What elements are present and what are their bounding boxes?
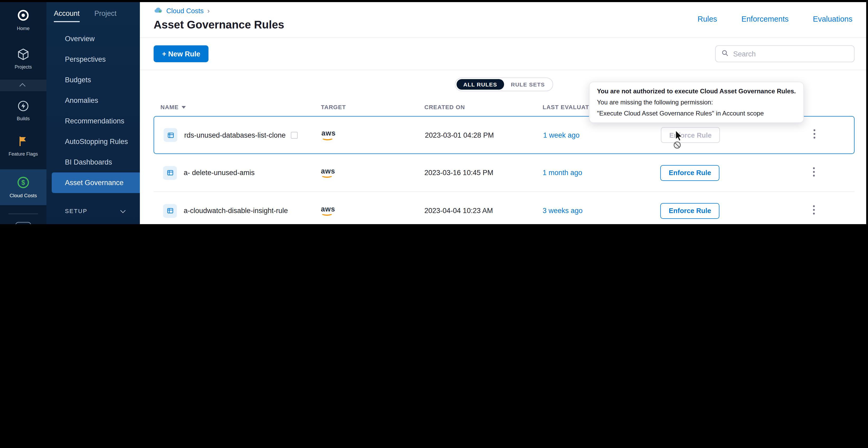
created-on: 2023-03-16 10:45 PM [424,169,542,177]
setup-label: SETUP [65,208,87,214]
chevron-down-icon [120,208,126,213]
column-name[interactable]: NAME [160,104,179,110]
table-row[interactable]: a-cloudwatch-disable-insight-rule aws 20… [154,192,855,224]
tab-project[interactable]: Project [94,9,117,22]
permission-tooltip: You are not authorized to execute Cloud … [589,82,804,123]
chevron-up-icon [20,83,26,89]
rule-name: a-cloudwatch-disable-insight-rule [184,207,288,215]
screen-top-edge [0,0,868,2]
sidebar-item-budgets[interactable]: Budgets [46,70,140,90]
module-rail: Home Projects Builds [0,0,46,224]
page-header: Cloud Costs › Asset Governance Rules Rul… [140,0,868,38]
rail-item-home[interactable]: Home [0,8,46,31]
app: Home Projects Builds [0,0,868,224]
enforce-rule-button[interactable]: Enforce Rule [660,165,719,181]
rail-collapse-toggle[interactable] [0,79,46,91]
projects-cube-icon [17,48,30,62]
row-menu-kebab[interactable] [811,203,817,218]
sidebar-item-autostopping-rules[interactable]: AutoStopping Rules [46,131,140,152]
row-menu-kebab[interactable] [811,165,817,181]
created-on: 2023-04-04 10:23 AM [424,207,542,215]
aws-smile-icon [321,211,333,216]
top-nav: Rules Enforcements Evaluations [698,15,852,23]
rule-name: a- delete-unused-amis [184,169,255,177]
breadcrumb: Cloud Costs › [154,6,855,15]
rule-icon [164,128,177,142]
sidebar-item-recommendations[interactable]: Recommendations [46,111,140,131]
rail-item-projects[interactable]: Projects [0,48,46,70]
sidebar-setup-toggle[interactable]: SETUP [46,208,140,214]
sidebar-menu: Overview Perspectives Budgets Anomalies … [46,29,140,193]
aws-logo: aws [321,168,335,178]
feature-flags-icon [17,135,30,149]
nav-link-enforcements[interactable]: Enforcements [741,15,788,23]
rail-item-feature-flags[interactable]: Feature Flags [0,135,46,157]
sidebar-item-asset-governance[interactable]: Asset Governance [52,172,140,193]
breadcrumb-link-cloud-costs[interactable]: Cloud Costs [166,7,204,15]
column-created-on[interactable]: CREATED ON [424,104,542,110]
module-switcher-icon[interactable] [15,222,31,224]
svg-text:$: $ [21,179,25,186]
sidebar-item-perspectives[interactable]: Perspectives [46,49,140,70]
toolbar: + New Rule [140,38,868,70]
last-evaluation: 1 month ago [542,169,660,177]
tab-account[interactable]: Account [54,9,80,22]
rule-name: rds-unused-databases-list-clone [184,131,285,139]
enforce-rule-button[interactable]: Enforce Rule [661,127,720,143]
rail-label: Feature Flags [8,151,38,157]
screen: Home Projects Builds [0,0,868,224]
rail-label: Cloud Costs [9,193,37,199]
main-content: Cloud Costs › Asset Governance Rules Rul… [140,0,868,224]
segment-all-rules[interactable]: ALL RULES [457,79,504,90]
rail-label: Projects [14,65,32,70]
nav-link-rules[interactable]: Rules [698,15,717,23]
tooltip-line: "Execute Cloud Asset Governance Rules" i… [597,110,796,117]
ccm-sidebar: Account Project Overview Perspectives Bu… [46,0,140,224]
table-row[interactable]: a- delete-unused-amis aws 2023-03-16 10:… [154,154,855,192]
rail-label: Builds [17,116,30,121]
search-icon [721,49,729,59]
sidebar-item-anomalies[interactable]: Anomalies [46,90,140,111]
harness-logo-icon [17,8,30,23]
enforce-rule-button[interactable]: Enforce Rule [660,203,719,218]
rail-item-builds[interactable]: Builds [0,99,46,121]
row-menu-kebab[interactable] [811,127,817,143]
created-on: 2023-03-01 04:28 PM [425,131,543,139]
rule-icon [163,204,177,217]
aws-logo: aws [321,206,335,216]
search-box [715,45,855,62]
nav-link-evaluations[interactable]: Evaluations [813,15,852,23]
last-evaluation: 3 weeks ago [542,207,660,215]
sidebar-item-bi-dashboards[interactable]: BI Dashboards [46,152,140,172]
sidebar-item-overview[interactable]: Overview [46,29,140,49]
rail-item-cloud-costs[interactable]: $ Cloud Costs [0,170,46,205]
aws-logo: aws [321,130,336,140]
rule-icon [163,166,177,179]
rules-segmented-control: ALL RULES RULE SETS [455,77,553,91]
cloud-icon [154,6,162,15]
breadcrumb-separator: › [208,7,210,15]
rule-checkbox[interactable] [291,132,298,138]
new-rule-button[interactable]: + New Rule [154,45,209,62]
sort-caret-icon[interactable] [182,106,186,108]
aws-smile-icon [321,136,334,140]
builds-icon [17,99,30,113]
cloud-costs-dollar-icon: $ [17,176,30,191]
rail-label: Home [17,26,30,31]
tooltip-line: You are not authorized to execute Cloud … [597,88,796,95]
aws-smile-icon [321,173,333,178]
last-evaluation: 1 week ago [543,131,661,139]
segment-rule-sets[interactable]: RULE SETS [504,79,552,90]
rail-divider [8,214,38,214]
scope-tabs: Account Project [46,0,140,22]
screen-right-edge [866,0,868,224]
column-target[interactable]: TARGET [321,104,424,110]
search-input[interactable] [733,50,849,58]
tooltip-line: You are missing the following permission… [597,99,796,106]
